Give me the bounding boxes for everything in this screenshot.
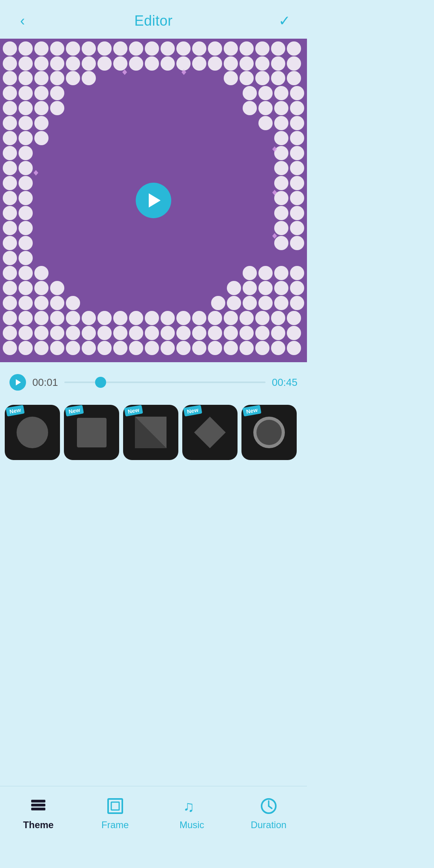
frame-label: Frame: [101, 819, 129, 831]
pattern-circle-icon: [17, 417, 48, 448]
svg-point-21: [3, 56, 17, 71]
bottom-navigation: Theme Frame ♫ Music Duration: [0, 786, 307, 868]
progress-bar[interactable]: [64, 382, 266, 383]
nav-item-music[interactable]: ♫ Music: [153, 796, 230, 831]
timeline-play-icon: [16, 379, 21, 385]
time-total: 00:45: [272, 376, 297, 389]
back-button[interactable]: ‹: [13, 11, 32, 31]
svg-point-115: [290, 206, 304, 220]
svg-point-154: [3, 326, 17, 340]
svg-point-172: [287, 326, 301, 340]
svg-point-113: [290, 191, 304, 205]
svg-point-173: [3, 341, 17, 355]
svg-point-105: [290, 131, 304, 145]
svg-point-107: [290, 146, 304, 160]
time-current: 00:01: [32, 376, 58, 389]
music-label: Music: [180, 819, 204, 831]
svg-point-111: [290, 176, 304, 190]
svg-point-71: [3, 191, 17, 205]
svg-point-69: [3, 176, 17, 190]
svg-point-119: [290, 236, 304, 250]
transition-thumb-4[interactable]: New: [182, 405, 238, 460]
theme-label: Theme: [23, 819, 54, 831]
video-preview: [0, 39, 307, 362]
frame-icon: [105, 796, 125, 816]
music-icon: ♫: [181, 796, 202, 816]
pattern-circle2-icon: [253, 417, 285, 448]
svg-point-62: [3, 131, 17, 145]
confirm-button[interactable]: ✓: [275, 11, 294, 31]
pattern-diagonal-icon: [135, 417, 166, 448]
thumbnails-row: New New New New New: [0, 398, 307, 466]
svg-point-103: [290, 116, 304, 130]
pattern-square-icon: [77, 418, 107, 447]
svg-point-75: [3, 221, 17, 235]
svg-point-2: [3, 41, 17, 56]
svg-point-134: [290, 296, 304, 310]
svg-point-81: [3, 266, 17, 280]
svg-rect-198: [31, 808, 45, 810]
svg-point-73: [3, 206, 17, 220]
page-title: Editor: [134, 13, 172, 29]
theme-icon: [28, 796, 49, 816]
transition-thumb-2[interactable]: New: [64, 405, 119, 460]
svg-point-39: [287, 56, 301, 71]
nav-item-frame[interactable]: Frame: [77, 796, 154, 831]
svg-point-100: [290, 101, 304, 115]
svg-point-153: [287, 311, 301, 325]
svg-point-77: [3, 236, 17, 250]
duration-label: Duration: [251, 819, 286, 831]
svg-point-67: [3, 161, 17, 175]
header: ‹ Editor ✓: [0, 0, 307, 39]
transition-thumb-3[interactable]: New: [123, 405, 178, 460]
svg-point-59: [3, 116, 17, 130]
play-button[interactable]: [136, 183, 171, 218]
duration-icon: [258, 796, 279, 816]
svg-point-65: [3, 146, 17, 160]
svg-rect-199: [31, 804, 45, 806]
svg-point-79: [3, 251, 17, 265]
progress-handle[interactable]: [95, 377, 106, 388]
timeline-play-button[interactable]: [9, 374, 26, 391]
svg-rect-200: [31, 800, 45, 803]
nav-item-duration[interactable]: Duration: [230, 796, 307, 831]
svg-point-128: [290, 281, 304, 295]
svg-rect-202: [111, 802, 119, 810]
play-icon: [149, 193, 161, 208]
transition-thumb-1[interactable]: New: [5, 405, 60, 460]
svg-point-109: [290, 161, 304, 175]
svg-point-117: [290, 221, 304, 235]
nav-item-theme[interactable]: Theme: [0, 796, 77, 831]
svg-line-206: [269, 806, 272, 808]
svg-point-20: [287, 41, 301, 56]
svg-point-191: [287, 341, 301, 355]
svg-point-50: [287, 71, 301, 85]
pattern-rhombus-icon: [194, 417, 226, 448]
svg-point-88: [3, 296, 17, 310]
svg-point-51: [3, 86, 17, 100]
timeline: 00:01 00:45: [0, 362, 307, 398]
svg-point-40: [3, 71, 17, 85]
transition-thumb-5[interactable]: New: [241, 405, 297, 460]
svg-text:♫: ♫: [183, 798, 195, 815]
svg-point-135: [3, 311, 17, 325]
svg-point-84: [3, 281, 17, 295]
svg-point-123: [290, 266, 304, 280]
svg-point-55: [3, 101, 17, 115]
svg-point-96: [290, 86, 304, 100]
svg-rect-201: [108, 799, 122, 813]
